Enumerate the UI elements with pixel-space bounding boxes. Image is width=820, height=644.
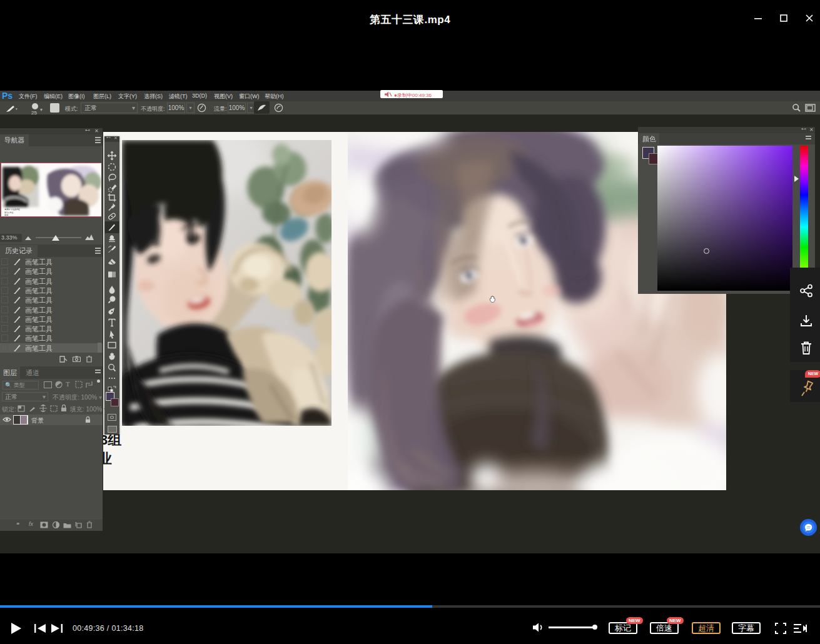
svg-text:老师好 学生第3组: 老师好 学生第3组 bbox=[4, 208, 21, 211]
svg-text:谢谢: 谢谢 bbox=[4, 214, 9, 216]
svg-text:第1次作业: 第1次作业 bbox=[4, 211, 14, 214]
